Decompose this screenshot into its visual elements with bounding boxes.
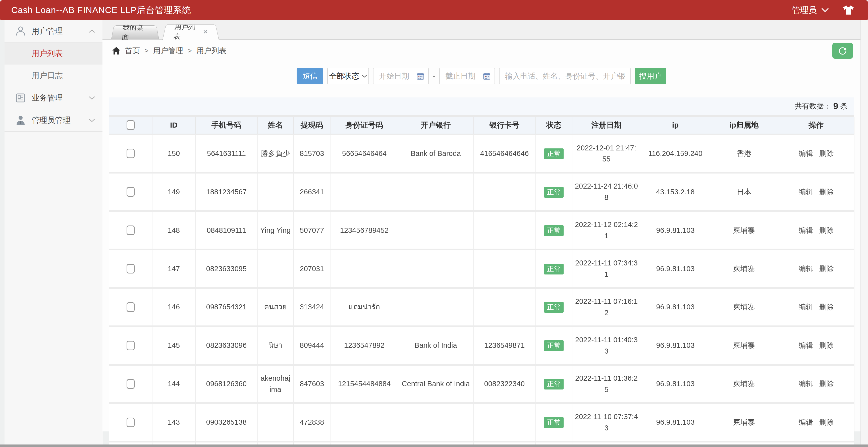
delete-link[interactable]: 删除 — [819, 226, 834, 234]
cell-phone: 0987654321 — [195, 288, 257, 326]
status-badge: 正常 — [544, 379, 564, 389]
edit-link[interactable]: 编辑 — [799, 188, 813, 196]
cell-bank: Bank of Baroda — [398, 134, 473, 173]
cell-id: 147 — [152, 250, 195, 288]
edit-link[interactable]: 编辑 — [799, 341, 813, 349]
sms-button[interactable]: 短信 — [297, 68, 323, 84]
sidebar-subitem-label: 用户日志 — [32, 70, 63, 81]
status-select[interactable]: 全部状态 — [327, 68, 369, 84]
cell-card — [473, 173, 535, 211]
row-checkbox[interactable] — [127, 225, 135, 235]
row-checkbox[interactable] — [127, 418, 135, 427]
cell-card: 0082322340 — [473, 364, 535, 403]
cell-ip_location: 日本 — [710, 173, 778, 211]
row-checkbox[interactable] — [127, 341, 135, 350]
home-icon[interactable] — [112, 46, 121, 55]
start-date-input[interactable]: 开始日期 — [373, 68, 429, 84]
status-badge: 正常 — [544, 264, 564, 275]
cell-ops: 编辑删除 — [778, 288, 854, 326]
cell-id: 148 — [152, 211, 195, 250]
cell-id_number: 1215454484884 — [331, 364, 398, 403]
sidebar-item-user-management[interactable]: 用户管理 — [4, 20, 103, 42]
delete-link[interactable]: 删除 — [819, 380, 834, 388]
cell-ops: 编辑删除 — [778, 364, 854, 403]
horizontal-scrollbar[interactable] — [0, 445, 868, 447]
cell-reg_date: 2022-11-11 07:16:12 — [572, 288, 641, 326]
breadcrumb: 首页 > 用户管理 > 用户列表 — [102, 40, 861, 61]
delete-link[interactable]: 删除 — [819, 188, 834, 196]
edit-link[interactable]: 编辑 — [799, 303, 813, 311]
cell-reg_date: 2022-11-24 21:46:08 — [572, 173, 641, 211]
table-row: 1430903265138472838正常2022-11-10 07:37:43… — [109, 403, 854, 442]
cell-status: 正常 — [535, 134, 572, 173]
breadcrumb-user-management[interactable]: 用户管理 — [153, 46, 183, 56]
sidebar-item-user-log[interactable]: 用户日志 — [4, 65, 103, 87]
theme-shirt-icon[interactable] — [843, 5, 854, 15]
cell-ops: 编辑删除 — [778, 134, 854, 173]
cell-ip_location: 柬埔寨 — [710, 403, 778, 442]
delete-link[interactable]: 删除 — [819, 150, 834, 157]
status-badge: 正常 — [544, 417, 564, 428]
cell-withdraw_code: 207031 — [293, 250, 331, 288]
sidebar-item-label: 用户管理 — [32, 26, 88, 36]
cell-withdraw_code: 313424 — [293, 288, 331, 326]
cell-ops: 编辑删除 — [778, 403, 854, 442]
search-placeholder: 输入电话、姓名、身份证号、开户银行 — [505, 71, 626, 82]
search-input[interactable]: 输入电话、姓名、身份证号、开户银行 — [499, 68, 631, 84]
cell-reg_date: 2022-11-10 07:37:43 — [572, 403, 641, 442]
cell-name — [257, 173, 293, 211]
close-icon[interactable]: × — [203, 28, 208, 35]
table-row: 1505641631111勝多負少81570356654646464Bank o… — [109, 134, 854, 173]
cell-ip_location: 柬埔寨 — [710, 326, 778, 364]
cell-id_number: 1236547892 — [331, 326, 398, 364]
delete-link[interactable]: 删除 — [819, 418, 834, 426]
row-checkbox[interactable] — [127, 187, 135, 197]
cell-phone: 0903265138 — [195, 403, 257, 442]
row-checkbox[interactable] — [127, 264, 135, 274]
end-date-input[interactable]: 截止日期 — [439, 68, 495, 84]
cell-name: คนสวย — [257, 288, 293, 326]
scrollbar-track[interactable] — [861, 20, 868, 447]
cell-id_number: 56654646464 — [331, 134, 398, 173]
cell-bank: Central Bank of India — [398, 364, 473, 403]
delete-link[interactable]: 删除 — [819, 341, 834, 349]
status-badge: 正常 — [544, 302, 564, 313]
edit-link[interactable]: 编辑 — [799, 265, 813, 273]
search-user-button[interactable]: 搜用户 — [635, 68, 666, 84]
edit-link[interactable]: 编辑 — [799, 226, 813, 234]
tab-my-desktop[interactable]: 我的桌面 — [111, 25, 159, 39]
refresh-button[interactable] — [832, 43, 853, 59]
edit-link[interactable]: 编辑 — [799, 418, 813, 426]
sidebar-item-user-list[interactable]: 用户列表 — [4, 42, 103, 65]
row-checkbox[interactable] — [127, 379, 135, 389]
delete-link[interactable]: 删除 — [819, 265, 834, 273]
sidebar-subitem-label: 用户列表 — [32, 48, 63, 59]
cell-id_number: แถมน่ารัก — [331, 288, 398, 326]
select-all-checkbox[interactable] — [127, 120, 135, 130]
tab-user-list[interactable]: 用户列表 × — [162, 24, 219, 40]
edit-link[interactable]: 编辑 — [799, 380, 813, 388]
admin-menu[interactable]: 管理员 — [792, 4, 829, 16]
content-panel: 首页 > 用户管理 > 用户列表 短信 全部状态 开始日期 - 截止日期 — [102, 40, 861, 432]
column-header-phone: 手机号码 — [195, 117, 257, 134]
column-header-checkbox — [109, 117, 152, 134]
sidebar-item-admin-management[interactable]: 管理员管理 — [4, 109, 103, 131]
cell-name: akenohajima — [257, 364, 293, 403]
sidebar-item-business-management[interactable]: 业务管理 — [4, 87, 103, 109]
breadcrumb-user-list[interactable]: 用户列表 — [196, 46, 226, 56]
cell-withdraw_code: 472838 — [293, 403, 331, 442]
edit-link[interactable]: 编辑 — [799, 150, 813, 157]
cell-withdraw_code: 847603 — [293, 364, 331, 403]
cell-ip_location: 柬埔寨 — [710, 364, 778, 403]
cell-card — [473, 288, 535, 326]
table-row: 1480848109111Ying Ying507077123456789452… — [109, 211, 854, 250]
cell-phone: 0968126360 — [195, 364, 257, 403]
table-row: 1440968126360akenohajima8476031215454484… — [109, 364, 854, 403]
column-header-bank: 开户银行 — [398, 117, 473, 134]
row-checkbox[interactable] — [127, 302, 135, 312]
status-badge: 正常 — [544, 149, 564, 159]
breadcrumb-home[interactable]: 首页 — [125, 46, 140, 56]
row-checkbox[interactable] — [127, 149, 135, 158]
column-header-ip: ip — [641, 117, 710, 134]
delete-link[interactable]: 删除 — [819, 303, 834, 311]
